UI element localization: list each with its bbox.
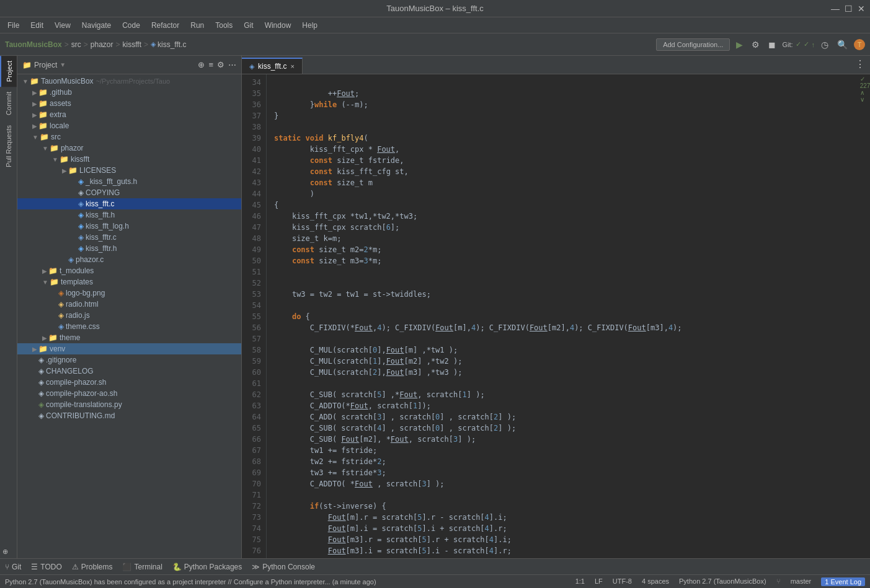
vertical-tabs: Project Commit Pull Requests ⊕: [0, 56, 17, 558]
panel-header: 📁 Project ▼ ⊕ ≡ ⚙ ⋯: [17, 56, 241, 74]
tree-item-radio-html[interactable]: ◈ radio.html: [17, 299, 241, 310]
venv-chevron: ▶: [32, 346, 37, 353]
status-message: Python 2.7 (TauonMusicBox) has been conf…: [5, 578, 376, 586]
kiss-fft-log-h-icon: ◈: [78, 222, 84, 230]
problems-tool[interactable]: ⚠ Problems: [72, 563, 113, 571]
tab-close-button[interactable]: ×: [290, 63, 294, 70]
terminal-tool[interactable]: ⬛ Terminal: [122, 563, 162, 571]
kissfft-label: kissfft: [71, 155, 89, 164]
tree-item-theme-css[interactable]: ◈ theme.css: [17, 321, 241, 332]
src-chevron: ▼: [32, 134, 38, 141]
breadcrumb-kissfft[interactable]: kissfft: [123, 40, 141, 49]
menu-edit[interactable]: Edit: [25, 20, 48, 31]
menu-tools[interactable]: Tools: [210, 20, 237, 31]
python-console-label: Python Console: [262, 563, 315, 571]
breadcrumb-phazor[interactable]: phazor: [91, 40, 113, 49]
run-button[interactable]: ▶: [734, 38, 745, 51]
tree-item-compile-translations-py[interactable]: ◈ compile-translations.py: [17, 399, 241, 410]
breadcrumb-project[interactable]: TauonMusicBox: [5, 40, 62, 49]
vtab-commit[interactable]: Commit: [0, 87, 17, 120]
stop-button[interactable]: ◼: [766, 38, 778, 51]
tree-item-kissfft[interactable]: ▼ 📁 kissfft: [17, 154, 241, 165]
search-button[interactable]: 🔍: [835, 38, 850, 51]
tree-item-compile-phazor-ao-sh[interactable]: ◈ compile-phazor-ao.sh: [17, 388, 241, 399]
vtab-bottom[interactable]: ⊕: [0, 545, 17, 558]
indent-info[interactable]: 4 spaces: [642, 577, 669, 586]
panel-settings-icon[interactable]: ⚙: [217, 60, 224, 69]
tree-item-locale[interactable]: ▶ 📁 locale: [17, 120, 241, 131]
build-button[interactable]: ⚙: [749, 38, 762, 51]
maximize-button[interactable]: ☐: [845, 4, 853, 14]
encoding[interactable]: UTF-8: [613, 577, 632, 586]
panel-more-icon[interactable]: ⋯: [228, 60, 236, 69]
tree-item-templates[interactable]: ▼ 📁 templates: [17, 276, 241, 287]
window-controls[interactable]: — ☐ ✕: [831, 4, 865, 14]
tab-kiss-fft-c[interactable]: ◈ kiss_fft.c ×: [242, 58, 303, 74]
git-branch[interactable]: master: [791, 577, 812, 586]
line-ending[interactable]: LF: [595, 577, 603, 586]
tree-item-kiss-fftr-c[interactable]: ◈ kiss_fftr.c: [17, 232, 241, 243]
panel-add-icon[interactable]: ⊕: [198, 60, 205, 69]
python-console-tool[interactable]: ≫ Python Console: [252, 563, 315, 571]
account-button[interactable]: T: [854, 39, 865, 50]
git-tool[interactable]: ⑂ Git: [5, 563, 21, 571]
tree-item-LICENSES[interactable]: ▶ 📁 LICENSES: [17, 165, 241, 176]
menu-refactor[interactable]: Refactor: [146, 20, 184, 31]
editor-scrollbar[interactable]: ✓ 227 ∧ ∨: [860, 74, 870, 558]
menu-git[interactable]: Git: [239, 20, 258, 31]
code-editor[interactable]: ++Fout; }while (--m); } static void kf_b…: [267, 74, 870, 558]
tree-item-guts-h[interactable]: ◈ _kiss_fft_guts.h: [17, 176, 241, 187]
tree-item-src[interactable]: ▼ 📁 src: [17, 131, 241, 143]
event-log-badge[interactable]: 1 Event Log: [821, 577, 865, 586]
tree-item-logo-bg[interactable]: ◈ logo-bg.png: [17, 287, 241, 299]
tree-item-extra[interactable]: ▶ 📁 extra: [17, 109, 241, 120]
menu-window[interactable]: Window: [260, 20, 296, 31]
breadcrumb: TauonMusicBox > src > phazor > kissfft >…: [5, 40, 654, 49]
panel-dropdown[interactable]: ▼: [60, 61, 66, 68]
vtab-project[interactable]: Project: [0, 56, 17, 87]
menu-navigate[interactable]: Navigate: [77, 20, 116, 31]
python-version[interactable]: Python 2.7 (TauonMusicBox): [679, 577, 766, 586]
tree-item-gitignore[interactable]: ◈ .gitignore: [17, 354, 241, 366]
tree-item-CHANGELOG[interactable]: ◈ CHANGELOG: [17, 366, 241, 377]
tree-root[interactable]: ▼ 📁 TauonMusicBox ~/PycharmProjects/Tauo: [17, 76, 241, 87]
breadcrumb-src[interactable]: src: [71, 40, 81, 49]
tree-item-kiss-fft-h[interactable]: ◈ kiss_fft.h: [17, 209, 241, 221]
menu-run[interactable]: Run: [185, 20, 209, 31]
vtab-pull-requests[interactable]: Pull Requests: [0, 120, 17, 172]
menu-bar: File Edit View Navigate Code Refactor Ru…: [0, 17, 870, 33]
tree-item-CONTRIBUTING-md[interactable]: ◈ CONTRIBUTING.md: [17, 410, 241, 421]
add-configuration-button[interactable]: Add Configuration...: [656, 38, 730, 51]
tree-item-venv[interactable]: ▶ 📁 venv: [17, 343, 241, 354]
menu-view[interactable]: View: [50, 20, 76, 31]
todo-tool[interactable]: ☰ TODO: [31, 563, 61, 571]
python-packages-tool[interactable]: 🐍 Python Packages: [172, 563, 242, 571]
tree-item-github[interactable]: ▶ 📁 .github: [17, 87, 241, 98]
tree-item-theme[interactable]: ▶ 📁 theme: [17, 332, 241, 343]
editor-content: 3435363738 3940414243 4445464748 4950515…: [242, 74, 870, 558]
tree-item-radio-js[interactable]: ◈ radio.js: [17, 310, 241, 321]
tree-item-phazor[interactable]: ▼ 📁 phazor: [17, 143, 241, 154]
minimize-button[interactable]: —: [831, 4, 840, 14]
status-bar: Python 2.7 (TauonMusicBox) has been conf…: [0, 574, 870, 588]
tree-item-t-modules[interactable]: ▶ 📁 t_modules: [17, 265, 241, 276]
menu-file[interactable]: File: [2, 20, 24, 31]
breadcrumb-file[interactable]: ◈ kiss_fft.c: [151, 40, 186, 49]
tree-item-phazor-c[interactable]: ◈ phazor.c: [17, 254, 241, 265]
tree-item-kiss-fft-c[interactable]: ◈ kiss_fft.c: [17, 198, 241, 209]
close-button[interactable]: ✕: [858, 4, 865, 14]
tree-item-kiss-fft-log-h[interactable]: ◈ kiss_fft_log.h: [17, 221, 241, 232]
tree-item-kiss-fftr-h[interactable]: ◈ kiss_fftr.h: [17, 243, 241, 254]
tab-more-button[interactable]: ⋮: [850, 55, 870, 74]
tree-item-assets[interactable]: ▶ 📁 assets: [17, 98, 241, 109]
tree-item-COPYING[interactable]: ◈ COPYING: [17, 187, 241, 198]
tree-item-compile-phazor-sh[interactable]: ◈ compile-phazor.sh: [17, 377, 241, 388]
menu-code[interactable]: Code: [117, 20, 145, 31]
history-button[interactable]: ◷: [819, 38, 831, 51]
cursor-position[interactable]: 1:1: [575, 577, 585, 586]
panel-collapse-icon[interactable]: ≡: [208, 60, 213, 69]
src-label: src: [51, 133, 61, 141]
kiss-fftr-h-label: kiss_fftr.h: [86, 244, 117, 253]
panel-title-text: Project: [34, 61, 57, 69]
menu-help[interactable]: Help: [297, 20, 322, 31]
